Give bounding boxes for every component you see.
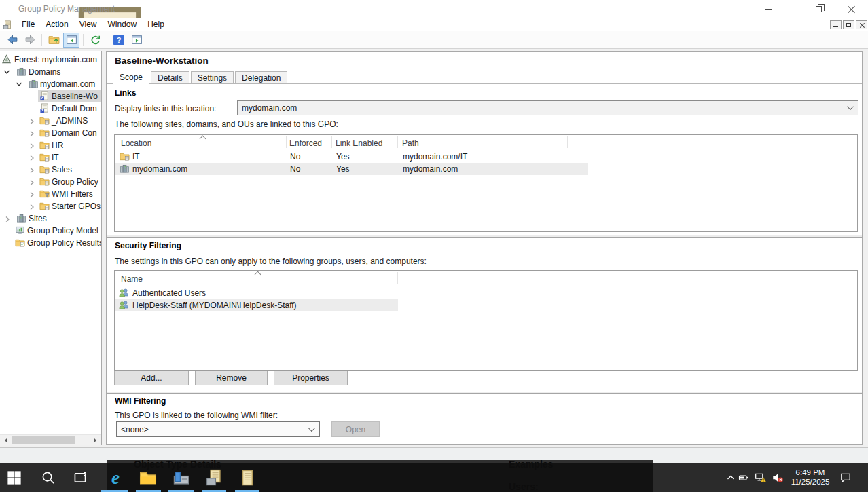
search-icon[interactable] (41, 470, 56, 485)
properties-button[interactable]: Properties (274, 371, 348, 385)
tab-settings[interactable]: Settings (191, 71, 234, 84)
tree-item-domain-controllers[interactable]: Domain Con (0, 127, 102, 139)
child-restore-button[interactable] (843, 20, 854, 29)
building-icon (29, 79, 39, 89)
wmi-section-title: WMI Filtering (115, 396, 166, 406)
tree-item-mydomain[interactable]: mydomain.com (0, 78, 102, 90)
link-row-mydomain[interactable]: mydomain.com No Yes mydomain.com (115, 163, 857, 175)
chevron-right-icon[interactable] (29, 178, 35, 185)
chevron-right-icon[interactable] (29, 130, 35, 136)
remove-button[interactable]: Remove (195, 371, 268, 385)
gpo-title: Baseline-Workstation (115, 56, 209, 66)
toolbar: ? (0, 31, 868, 49)
tab-scope[interactable]: Scope (113, 71, 149, 84)
link-row-it[interactable]: IT No Yes mydomain.com/IT (115, 151, 857, 163)
internet-explorer-icon[interactable]: e (106, 468, 125, 487)
child-close-button[interactable] (856, 20, 867, 29)
power-icon[interactable] (738, 472, 750, 483)
refresh-icon[interactable] (87, 33, 103, 48)
tree-item-wmi-filters[interactable]: WMI Filters (0, 188, 102, 200)
location-dropdown[interactable]: mydomain.com (237, 100, 858, 115)
chevron-right-icon[interactable] (29, 191, 35, 197)
clock-time: 6:49 PM (786, 468, 834, 477)
gpedit-taskbar-icon[interactable] (238, 469, 256, 487)
taskbar-clock[interactable]: 6:49 PM 11/25/2025 (786, 468, 834, 487)
security-row-helpdesk-staff[interactable]: HelpDesk-Staff (MYDOMAIN\HelpDesk-Staff) (115, 299, 857, 311)
open-button[interactable]: Open (331, 421, 380, 437)
column-header-enforced[interactable]: Enforced (289, 138, 322, 148)
chevron-right-icon[interactable] (4, 215, 11, 222)
chevron-down-icon[interactable] (4, 69, 11, 75)
tree-item-gp-results[interactable]: Group Policy Results (0, 237, 102, 249)
network-warning-icon[interactable] (755, 472, 767, 484)
tree-item-gp-modeling[interactable]: Group Policy Model (0, 225, 102, 237)
results-folder-icon (15, 238, 25, 248)
file-explorer-icon[interactable] (139, 469, 157, 487)
scroll-right-arrow[interactable] (94, 438, 99, 443)
window-titlebar[interactable]: Group Policy Management (0, 0, 868, 18)
chevron-right-icon[interactable] (29, 203, 35, 210)
section-separator[interactable] (107, 391, 862, 394)
tab-details[interactable]: Details (151, 71, 189, 84)
tree-item-sites[interactable]: Sites (0, 212, 102, 225)
menu-bar: File Action View Window Help (0, 18, 868, 31)
menu-action[interactable]: Action (40, 18, 73, 31)
gpmc-taskbar-icon[interactable] (205, 469, 223, 487)
column-header-name[interactable]: Name (121, 274, 143, 284)
modeling-icon (15, 225, 25, 235)
menu-file[interactable]: File (16, 18, 40, 31)
tree-item-hr[interactable]: HR (0, 139, 102, 151)
start-button-icon[interactable] (7, 470, 22, 485)
tree-item-forest[interactable]: Forest: mydomain.com (0, 54, 102, 66)
tree-horizontal-scrollbar[interactable] (0, 434, 101, 445)
console-tree-pane: Forest: mydomain.com Domains mydomain.co… (0, 51, 102, 445)
tree-item-starter-gpos[interactable]: Starter GPOs (0, 200, 102, 212)
tree-item-it[interactable]: IT (0, 151, 102, 164)
tree-item-domains[interactable]: Domains (0, 66, 102, 78)
column-header-path[interactable]: Path (402, 138, 419, 148)
menu-window[interactable]: Window (103, 18, 143, 31)
volume-muted-icon[interactable] (772, 472, 784, 484)
tree-item-default-domain[interactable]: Default Dom (0, 102, 102, 115)
task-view-icon[interactable] (73, 470, 88, 485)
tab-delegation[interactable]: Delegation (235, 71, 287, 84)
forward-icon[interactable] (22, 33, 38, 48)
child-minimize-button[interactable] (830, 20, 842, 29)
menu-view[interactable]: View (74, 18, 103, 31)
tree-item-sales[interactable]: Sales (0, 164, 102, 176)
building-icon (16, 213, 26, 223)
ou-folder-icon (39, 115, 50, 126)
security-row-authenticated-users[interactable]: Authenticated Users (115, 287, 857, 299)
close-button[interactable] (841, 0, 861, 18)
add-button[interactable]: Add... (114, 371, 189, 385)
server-manager-icon[interactable] (173, 469, 190, 487)
column-header-location[interactable]: Location (121, 138, 151, 148)
restore-button[interactable] (808, 0, 829, 18)
scroll-left-arrow[interactable] (2, 438, 7, 443)
console-tree-toggle-icon[interactable] (63, 33, 79, 48)
chevron-down-icon[interactable] (16, 81, 23, 88)
show-in-folder-icon[interactable] (46, 33, 62, 48)
tree-item-admins[interactable]: _ADMINS (0, 115, 102, 127)
ou-folder-icon (120, 151, 130, 162)
scrollbar-thumb[interactable] (12, 436, 75, 444)
minimize-button[interactable] (758, 0, 778, 18)
help-icon[interactable]: ? (111, 33, 127, 48)
links-caption: The following sites, domains, and OUs ar… (115, 119, 338, 129)
forest-icon (1, 54, 12, 64)
wmi-filter-dropdown[interactable]: <none> (116, 421, 320, 437)
menu-help[interactable]: Help (142, 18, 170, 31)
action-pane-toggle-icon[interactable] (128, 33, 145, 48)
chevron-right-icon[interactable] (29, 117, 35, 124)
desktop: Group Policy Management File Action View… (0, 0, 868, 492)
chevron-right-icon[interactable] (29, 166, 35, 173)
chevron-right-icon[interactable] (29, 142, 35, 149)
hidden-icons-chevron-icon[interactable] (725, 472, 736, 483)
action-center-icon[interactable] (839, 472, 852, 484)
chevron-right-icon[interactable] (29, 154, 35, 161)
section-separator[interactable] (107, 235, 862, 238)
tree-item-group-policy-objects[interactable]: Group Policy (0, 176, 102, 188)
tree-item-baseline-workstation[interactable]: Baseline-Wo (0, 90, 102, 102)
column-header-link-enabled[interactable]: Link Enabled (336, 138, 382, 148)
back-icon[interactable] (4, 33, 20, 48)
